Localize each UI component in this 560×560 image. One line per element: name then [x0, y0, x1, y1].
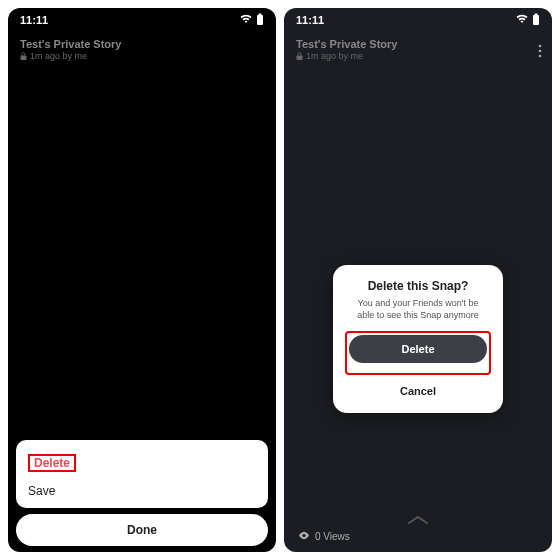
chevron-up-icon[interactable]	[407, 515, 429, 525]
status-icons	[516, 13, 540, 27]
more-menu-button[interactable]	[538, 44, 542, 58]
story-header: Test's Private Story 1m ago by me	[284, 32, 552, 65]
svg-point-8	[539, 55, 542, 58]
status-bar: 11:11	[284, 8, 552, 32]
sheet-delete-button[interactable]: Delete	[26, 448, 258, 478]
phone-right: 11:11 Test's Private Story 1m ago by me …	[284, 8, 552, 552]
svg-rect-4	[535, 14, 538, 16]
battery-icon	[256, 13, 264, 27]
story-subtitle-text: 1m ago by me	[306, 51, 363, 61]
delete-confirm-dialog: Delete this Snap? You and your Friends w…	[333, 265, 503, 413]
lock-icon	[296, 52, 303, 60]
svg-rect-1	[259, 14, 262, 16]
sheet-delete-label: Delete	[34, 456, 70, 470]
story-subtitle: 1m ago by me	[296, 51, 540, 61]
svg-rect-2	[21, 56, 27, 61]
svg-point-7	[539, 50, 542, 53]
phone-left: 11:11 Test's Private Story 1m ago by me …	[8, 8, 276, 552]
status-bar: 11:11	[8, 8, 276, 32]
eye-icon	[298, 531, 310, 542]
status-icons	[240, 13, 264, 27]
story-subtitle: 1m ago by me	[20, 51, 264, 61]
views-label: 0 Views	[315, 531, 350, 542]
story-header: Test's Private Story 1m ago by me	[8, 32, 276, 65]
story-footer: 0 Views	[284, 515, 552, 542]
action-sheet: Delete Save	[16, 440, 268, 508]
wifi-icon	[240, 14, 252, 26]
svg-rect-3	[533, 15, 539, 25]
bottom-sheet-wrap: Delete Save Done	[16, 440, 268, 546]
story-subtitle-text: 1m ago by me	[30, 51, 87, 61]
svg-rect-5	[297, 56, 303, 61]
dialog-message: You and your Friends won't be able to se…	[345, 298, 491, 321]
wifi-icon	[516, 14, 528, 26]
views-count[interactable]: 0 Views	[284, 531, 350, 542]
dialog-cancel-button[interactable]: Cancel	[345, 381, 491, 401]
sheet-save-button[interactable]: Save	[26, 478, 258, 504]
story-title: Test's Private Story	[296, 38, 540, 50]
dialog-delete-button[interactable]: Delete	[349, 335, 487, 363]
story-title: Test's Private Story	[20, 38, 264, 50]
story-content: Delete this Snap? You and your Friends w…	[284, 65, 552, 552]
svg-point-6	[539, 45, 542, 48]
status-time: 11:11	[296, 14, 324, 26]
highlight-box: Delete	[28, 454, 76, 472]
battery-icon	[532, 13, 540, 27]
done-button[interactable]: Done	[16, 514, 268, 546]
lock-icon	[20, 52, 27, 60]
dialog-title: Delete this Snap?	[345, 279, 491, 293]
svg-point-9	[302, 534, 305, 537]
status-time: 11:11	[20, 14, 48, 26]
highlight-box: Delete	[345, 331, 491, 375]
svg-rect-0	[257, 15, 263, 25]
story-content: Delete Save Done	[8, 65, 276, 552]
